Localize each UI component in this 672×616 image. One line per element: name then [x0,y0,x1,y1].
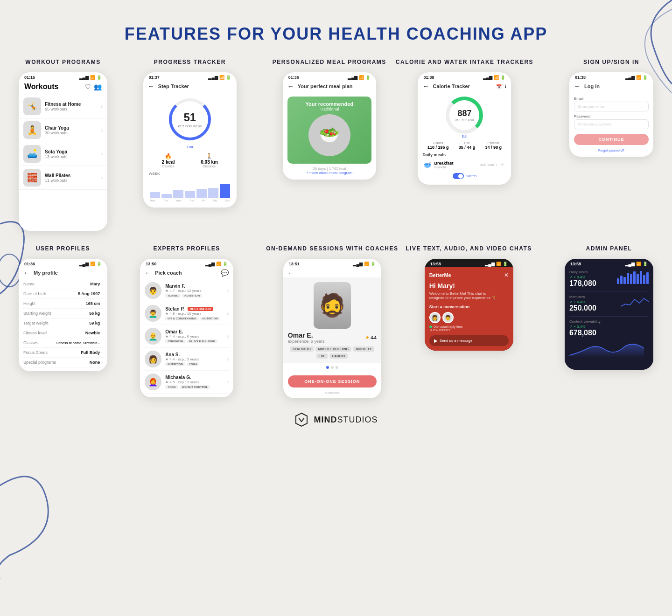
experts-section: EXPERTS PROFILES 13:50 ▂▄▆ 📶 🔋 ← Pick co… [140,245,233,397]
coach-meta-stefan: ★ 4.8 · exp.: 10 years [165,311,227,316]
profile-name-row[interactable]: Name Mary › [22,279,104,289]
chat-signal: ▂▄▆ [485,262,494,266]
workout-item-4[interactable]: 🧱 Wall Pilates 11 workouts › [19,166,107,190]
experts-back-icon[interactable]: ← [145,269,151,277]
toggle-row: Switch [422,171,506,181]
workout-thumb-4: 🧱 [23,169,41,187]
workout-emoji-2: 🧘 [23,121,41,139]
profile-classes-row[interactable]: Classes Fitness at home, Stretchin... › [22,338,104,348]
page-header: FEATURES FOR YOUR HEALTH COACHING APP [0,0,672,58]
profile-status-bar: 01:36 ▂▄▆ 📶 🔋 [19,259,107,267]
step-goal: of 7 000 steps [178,124,202,128]
calorie-section: CALORIE AND WATER INTAKE TRACKERS 01:38 … [396,58,533,185]
profile-dob-row[interactable]: Date of birth 5 Aug 1997 › [22,289,104,299]
breakfast-add-icon[interactable]: ＋ [499,160,505,169]
coach-big-profile: 🧔 Omar E. experience: 6 years ★ 4.4 [283,277,381,363]
progress-label: PROGRESS TRACKER [154,58,226,66]
profile-fitness-row[interactable]: Fitness level Newbie › [22,328,104,338]
profile-wifi: 📶 [90,262,95,266]
bar-4 [185,191,195,198]
members-row: Members ↗ + 6.4% 250.000 [569,295,649,312]
workout-count-4: 11 workouts [45,178,101,183]
password-input[interactable]: Enter your password [574,119,649,129]
calendar-icon[interactable]: 📅 [496,84,502,89]
meal-banner-title: Your recommended [292,101,367,107]
continue-button[interactable]: CONTINUE [574,134,649,145]
session-button[interactable]: ONE-ON-ONE SESSION [288,375,377,388]
footer-brand: MINDSTUDIOS [314,415,378,425]
back-arrow-icon[interactable]: ← [148,83,154,90]
profile-back-icon[interactable]: ← [23,269,30,277]
profile-starting-weight-val: 56 kg › [89,311,103,316]
content-value: 678,080 [569,329,649,337]
coach-item-omar[interactable]: 👨‍🦲 Omar E. ★ 4.4 · exp.: 6 years STRENG… [144,325,230,348]
user-profiles-label: USER PROFILES [36,245,90,252]
calorie-back-icon[interactable]: ← [422,83,429,90]
meal-footer-sub[interactable]: + more about meal program [287,171,371,175]
workout-section: WORKOUT PROGRAMS 01:15 ▂▄▆ 📶 🔋 Workouts … [19,58,107,231]
meal-footer-text: 28 days | 1 765 kcal [287,166,371,171]
profile-time: 01:36 [24,262,35,266]
admin-status-bar: 13:58 ▂▄▆ 📶 🔋 [565,259,653,267]
coach-arrow-marvin: › [227,288,229,293]
coach-name-stefan: Stefan P. [165,306,185,311]
coach-item-michaela[interactable]: 👩‍🦰 Michaela G. ★ 4.5 · exp.: 3 years YO… [144,371,230,394]
calorie-content: 887 of 1 692 kcal Edit Carbs 110 / 195 g [418,91,511,185]
workout-arrow-1: › [101,104,103,109]
coach-tags-michaela: YOGA WEIGHT CONTROL [165,385,227,389]
email-field: Email Enter your email [574,97,649,111]
info-icon[interactable]: ℹ [504,84,506,89]
send-message-button[interactable]: ▶ Send us a message [429,335,509,346]
workout-item-3[interactable]: 🛋️ Sofa Yoga 13 workouts › [19,142,107,166]
breakfast-icon: 🥣 [423,161,431,168]
experts-phone: 13:50 ▂▄▆ 📶 🔋 ← Pick coach 💬 👨 [140,259,233,397]
profile-signal: ▂▄▆ [79,262,89,266]
workout-count-2: 30 workouts [45,131,101,135]
forgot-password-link[interactable]: Forgot password? [574,149,649,152]
agent-avatar-2: 👨 [442,312,454,323]
skill-cardio: CARDIO [329,353,348,359]
coach-info-stefan: Stefan P. BEST MATCH ★ 4.8 · exp.: 10 ye… [165,306,227,320]
workout-label: WORKOUT PROGRAMS [25,58,100,66]
cal-edit[interactable]: Edit [462,135,467,138]
bar-3 [173,190,183,198]
signup-back-icon[interactable]: ← [574,83,581,90]
meal-battery: 🔋 [365,75,371,80]
profile-special-row[interactable]: Special programs None › [22,358,104,367]
mindstudios-logo-icon [294,412,309,427]
coach-item-marvin[interactable]: 👨 Marvin F. ★ 4.7 · exp.: 12 years TONIN… [144,279,230,302]
step-edit[interactable]: Edit [149,145,231,149]
battery-icon: 🔋 [97,75,102,80]
ondemand-nav: ← [283,267,381,277]
meal-section: PERSONALIZED MEAL PROGRAMS 01:36 ▂▄▆ 📶 🔋… [273,58,386,180]
profile-name-key: Name [23,282,35,286]
coach-item-stefan[interactable]: 👨‍🦱 Stefan P. BEST MATCH ★ 4.8 · exp.: 1… [144,302,230,325]
email-input[interactable]: Enter your email [574,102,649,111]
admin-content: Daily Visits ↗ + 3.4% 178,080 [565,267,653,370]
profile-starting-weight-row[interactable]: Starting weight 56 kg › [22,309,104,318]
experts-nav: ← Pick coach 💬 [140,267,233,277]
toggle-switch[interactable] [453,173,464,179]
chat-close-icon[interactable]: ✕ [504,272,509,278]
workout-item-1[interactable]: 🤸 Fitness at Home 85 workouts › [19,95,107,118]
breakfast-row[interactable]: 🥣 Breakfast Granola 480 kcal › ＋ [422,159,506,171]
send-icon: ▶ [434,338,438,343]
workout-item-2[interactable]: 🧘 Chair Yoga 30 workouts › [19,118,107,142]
breakfast-info: Breakfast Granola [434,161,453,169]
coach-big-rating: ★ 4.4 [365,335,377,340]
coach-avatar-michaela: 👩‍🦰 [145,374,161,390]
coach-item-ana[interactable]: 👩 Ana S. ★ 4.4 · exp.: 3 years NUTRITION… [144,348,230,371]
coach-arrow-michaela: › [227,380,229,385]
profile-target-weight-row[interactable]: Target weight 59 kg › [22,318,104,328]
profile-dob-val: 5 Aug 1997 › [78,291,103,296]
daily-visits-value: 178,080 [569,279,596,288]
meal-back-icon[interactable]: ← [287,83,294,90]
profile-focus-row[interactable]: Focus Zones Full Body › [22,348,104,358]
coach-meta-marvin: ★ 4.7 · exp.: 12 years [165,289,227,293]
profile-height-row[interactable]: Height 165 cm › [22,299,104,309]
bar-label-sun: Sun [225,199,230,202]
workout-name-3: Sofa Yoga [45,149,101,154]
livechat-label: LIVE TEXT, AUDIO, AND VIDEO CHATS [406,245,532,252]
calorie-sub: of 1 692 kcal [455,118,474,122]
ondemand-back-icon[interactable]: ← [288,269,294,277]
